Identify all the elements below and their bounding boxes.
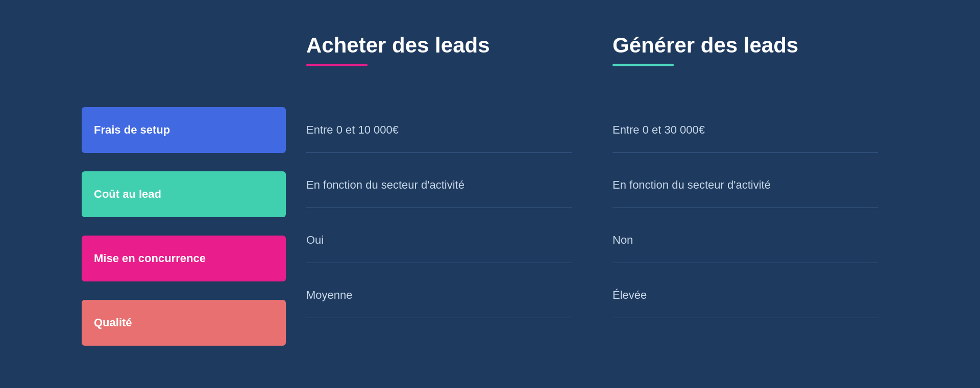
comparison-table: Acheter des leads Générer des leads Frai… [82, 33, 898, 355]
col2-data: Entre 0 et 30 000€ En fonction du secteu… [592, 107, 898, 355]
col1-row2: Oui [306, 217, 572, 263]
labels-column: Frais de setup Coût au lead Mise en conc… [82, 107, 286, 355]
col1-row3: Moyenne [306, 272, 572, 318]
col2-row3: Élevée [612, 272, 878, 318]
col2-row0: Entre 0 et 30 000€ [612, 107, 878, 153]
col2-underline [612, 64, 674, 66]
label-qualite: Qualité [82, 300, 286, 346]
col1-underline [306, 64, 368, 66]
header-row: Acheter des leads Générer des leads [82, 33, 898, 102]
col2-row1: En fonction du secteur d'activité [612, 162, 878, 208]
header-empty-cell [82, 33, 286, 102]
header-col1: Acheter des leads [286, 33, 592, 102]
col1-row0: Entre 0 et 10 000€ [306, 107, 572, 153]
col2-row2: Non [612, 217, 878, 263]
label-frais-setup: Frais de setup [82, 107, 286, 153]
header-col2: Générer des leads [592, 33, 898, 102]
col1-row1: En fonction du secteur d'activité [306, 162, 572, 208]
data-rows: Frais de setup Coût au lead Mise en conc… [82, 107, 898, 355]
col1-title: Acheter des leads [306, 33, 572, 58]
label-mise-concurrence: Mise en concurrence [82, 236, 286, 281]
col1-data: Entre 0 et 10 000€ En fonction du secteu… [286, 107, 592, 355]
label-cout-lead: Coût au lead [82, 171, 286, 217]
col2-title: Générer des leads [612, 33, 878, 58]
